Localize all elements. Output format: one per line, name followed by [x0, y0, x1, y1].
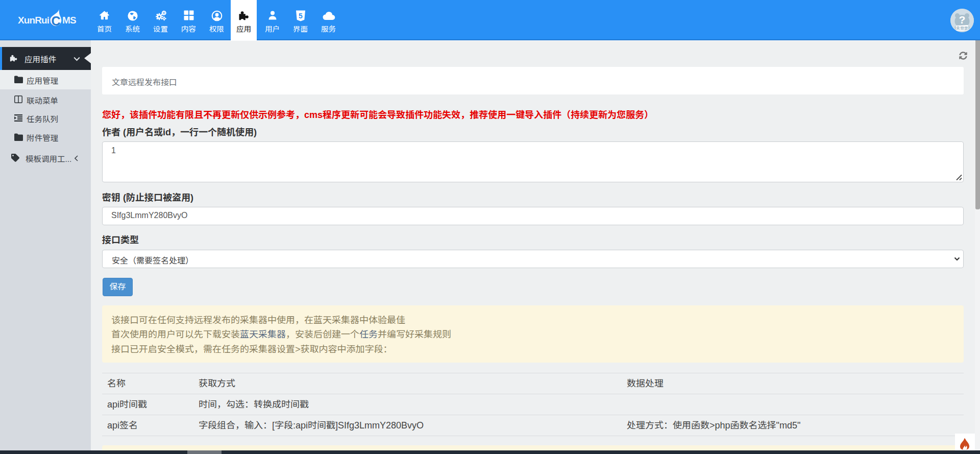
svg-text:C: C — [52, 13, 61, 28]
svg-text:5: 5 — [299, 12, 303, 20]
svg-text:未登录: 未登录 — [955, 26, 968, 31]
svg-text:?: ? — [959, 14, 966, 26]
